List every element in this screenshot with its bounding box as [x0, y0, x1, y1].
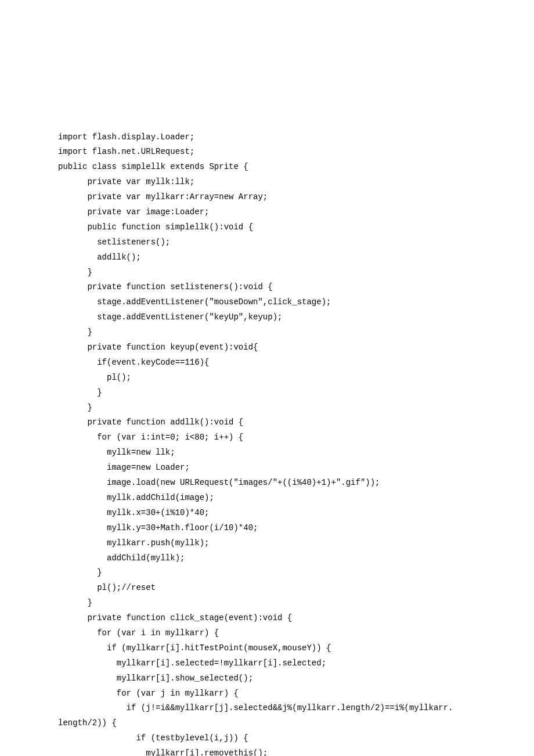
code-line: }	[58, 566, 476, 581]
code-line: for (var i in myllkarr) {	[58, 626, 476, 641]
code-line: image.load(new URLRequest("images/"+((i%…	[58, 476, 476, 491]
code-line: if(event.keyCode==116){	[58, 355, 476, 370]
code-line: myllk.addChild(image);	[58, 491, 476, 506]
code-line: }	[58, 596, 476, 611]
code-line: public function simplellk():void {	[58, 220, 476, 235]
code-line: if (myllkarr[i].hitTestPoint(mouseX,mous…	[58, 641, 476, 656]
code-line: private var image:Loader;	[58, 205, 476, 220]
code-line: myllk.y=30+Math.floor(i/10)*40;	[58, 521, 476, 536]
code-line: pl();//reset	[58, 581, 476, 596]
code-line: myllkarr[i].removethis();	[58, 746, 476, 756]
code-line: addChild(myllk);	[58, 551, 476, 566]
code-line: private var myllk:llk;	[58, 175, 476, 190]
code-line: myllk=new llk;	[58, 445, 476, 460]
code-line: }	[58, 401, 476, 416]
code-line: }	[58, 265, 476, 280]
code-line: private function click_stage(event):void…	[58, 611, 476, 626]
code-line: private function keyup(event):void{	[58, 340, 476, 355]
code-block: import flash.display.Loader;import flash…	[58, 130, 476, 756]
code-line: if (j!=i&&myllkarr[j].selected&&j%(myllk…	[58, 701, 476, 716]
code-line: setlisteners();	[58, 235, 476, 250]
code-line: pl();	[58, 370, 476, 386]
code-line: if (testbylevel(i,j)) {	[58, 731, 476, 746]
code-line: addllk();	[58, 250, 476, 265]
code-line: private var myllkarr:Array=new Array;	[58, 190, 476, 205]
code-line: myllkarr[i].selected=!myllkarr[i].select…	[58, 656, 476, 671]
code-line: public class simplellk extends Sprite {	[58, 160, 476, 175]
code-line: import flash.net.URLRequest;	[58, 145, 476, 160]
code-line: }	[58, 325, 476, 340]
code-line: stage.addEventListener("keyUp",keyup);	[58, 310, 476, 325]
code-line: stage.addEventListener("mouseDown",click…	[58, 295, 476, 310]
code-line: import flash.display.Loader;	[58, 130, 476, 145]
code-line: myllk.x=30+(i%10)*40;	[58, 506, 476, 521]
code-line: for (var i:int=0; i<80; i++) {	[58, 430, 476, 445]
code-line: myllkarr.push(myllk);	[58, 536, 476, 551]
code-line: private function addllk():void {	[58, 415, 476, 430]
code-line: for (var j in myllkarr) {	[58, 686, 476, 701]
code-line: private function setlisteners():void {	[58, 280, 476, 295]
code-line: }	[58, 386, 476, 401]
code-line: length/2)) {	[58, 716, 476, 731]
code-line: image=new Loader;	[58, 460, 476, 476]
code-line: myllkarr[i].show_selected();	[58, 671, 476, 686]
